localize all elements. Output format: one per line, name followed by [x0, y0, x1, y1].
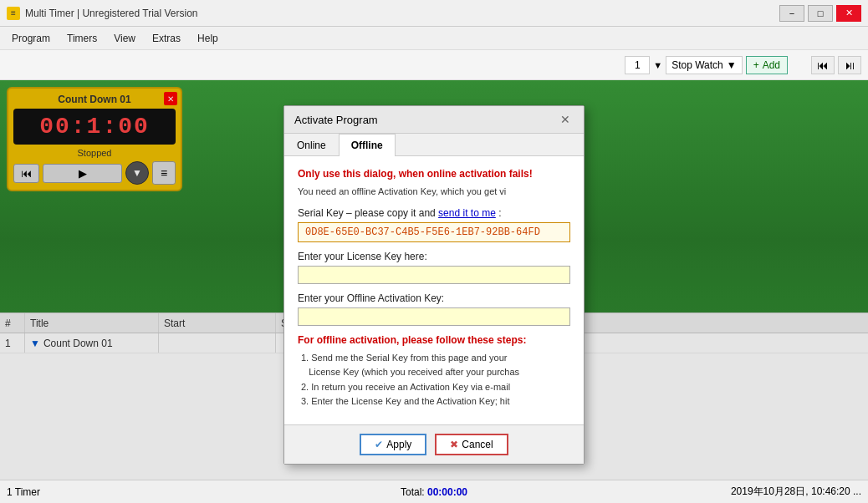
menu-view[interactable]: View — [105, 29, 144, 48]
app-icon: ≡ — [7, 7, 20, 20]
status-bar: 1 Timer Total: 00:00:00 2019年10月28日, 10:… — [0, 480, 868, 503]
modal-intro-text: You need an offline Activation Key, whic… — [298, 185, 570, 199]
cancel-icon: ✖ — [450, 439, 458, 450]
cancel-label: Cancel — [462, 439, 493, 450]
cancel-button[interactable]: ✖ Cancel — [435, 434, 508, 455]
maximize-button[interactable]: □ — [808, 5, 833, 22]
modal-title: Activate Program — [294, 114, 378, 126]
timer-number-input[interactable] — [625, 56, 650, 74]
plus-icon: + — [753, 59, 759, 71]
modal-footer: ✔ Apply ✖ Cancel — [284, 424, 584, 464]
activation-key-input[interactable] — [298, 307, 570, 326]
stopwatch-selector[interactable]: Stop Watch ▼ — [666, 56, 742, 74]
license-key-label: Enter your License Key here: — [298, 251, 570, 262]
status-total-time: 00:00:00 — [427, 486, 467, 498]
stopwatch-label: Stop Watch — [671, 59, 723, 71]
window-title: Multi Timer | Unregistered Trial Version — [25, 8, 779, 19]
menu-extras[interactable]: Extras — [144, 29, 189, 48]
modal-body: Only use this dialog, when online activa… — [284, 156, 584, 424]
step-1: 1. Send me the Serial Key from this page… — [301, 351, 570, 366]
add-button[interactable]: + Add — [746, 56, 788, 74]
status-total: Total: 00:00:00 — [292, 486, 577, 498]
modal-title-bar: Activate Program ✕ — [284, 106, 584, 134]
steps-list: 1. Send me the Serial Key from this page… — [298, 351, 570, 409]
apply-label: Apply — [386, 439, 411, 450]
close-button[interactable]: ✕ — [836, 5, 861, 22]
steps-title: For offline activation, please follow th… — [298, 334, 570, 346]
modal-overlay: Activate Program ✕ Online Offline Only u… — [0, 80, 868, 480]
tab-online[interactable]: Online — [284, 134, 339, 156]
dropdown-arrow-icon: ▼ — [653, 60, 662, 70]
toolbar: ▼ Stop Watch ▼ + Add ⏮ ⏯ — [0, 50, 868, 80]
modal-close-button[interactable]: ✕ — [557, 113, 574, 126]
menu-timers[interactable]: Timers — [59, 29, 105, 48]
dropdown-icon: ▼ — [727, 59, 737, 71]
menu-program[interactable]: Program — [3, 29, 59, 48]
main-area: ✕ Count Down 01 00:1:00 Stopped ⏮ ▶ ▼ ≡ … — [0, 80, 868, 480]
activation-key-label: Enter your Offline Activation Key: — [298, 292, 570, 304]
step-3: 3. Enter the License Key and the Activat… — [301, 394, 570, 409]
serial-key-display: 0D8E-65E0-BC37-C4B5-F5E6-1EB7-92BB-64FD — [298, 222, 570, 242]
license-key-input[interactable] — [298, 266, 570, 284]
serial-key-label: Serial Key – please copy it and send it … — [298, 207, 570, 219]
title-bar: ≡ Multi Timer | Unregistered Trial Versi… — [0, 0, 868, 27]
status-timer-count: 1 Timer — [7, 486, 292, 498]
add-label: Add — [763, 59, 780, 71]
menu-help[interactable]: Help — [189, 29, 227, 48]
timer-selector: ▼ Stop Watch ▼ + Add — [625, 56, 788, 74]
status-datetime: 2019年10月28日, 10:46:20 ... — [576, 485, 861, 499]
minimize-button[interactable]: − — [779, 5, 804, 22]
tab-offline[interactable]: Offline — [339, 134, 396, 156]
step-1b: License Key (which you received after yo… — [301, 365, 570, 380]
step-2: 2. In return you receive an Activation K… — [301, 380, 570, 395]
send-it-link[interactable]: send it to me — [438, 207, 496, 219]
modal-warning: Only use this dialog, when online activa… — [298, 168, 570, 180]
apply-button[interactable]: ✔ Apply — [360, 434, 426, 455]
window-controls: − □ ✕ — [779, 5, 861, 22]
activate-modal: Activate Program ✕ Online Offline Only u… — [283, 105, 585, 465]
apply-icon: ✔ — [375, 439, 383, 450]
skip-back-button[interactable]: ⏮ — [811, 56, 835, 74]
play-pause-button[interactable]: ⏯ — [838, 56, 861, 74]
menu-bar: Program Timers View Extras Help — [0, 27, 868, 50]
modal-tabs: Online Offline — [284, 134, 584, 156]
